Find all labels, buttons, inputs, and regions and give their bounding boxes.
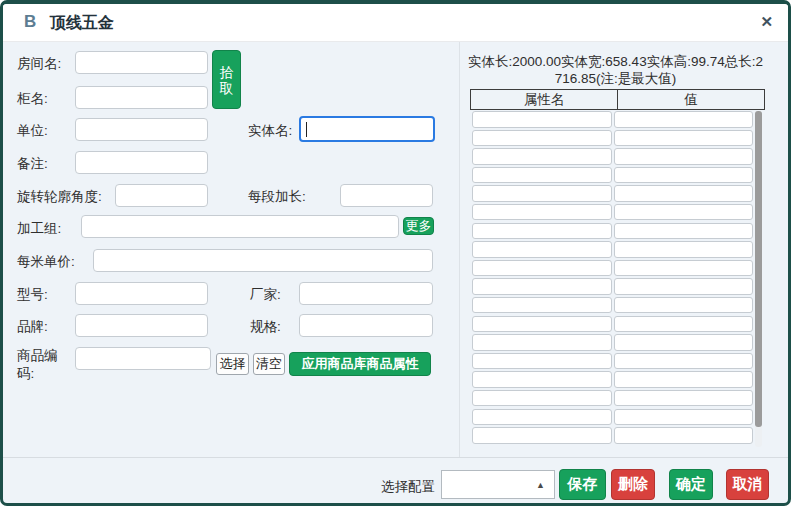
app-b-icon: B bbox=[24, 12, 36, 32]
spec-label: 规格: bbox=[250, 318, 281, 336]
attr-name-cell[interactable] bbox=[472, 409, 612, 426]
clear-button[interactable]: 清空 bbox=[253, 353, 285, 375]
segment-extend-label: 每段加长: bbox=[248, 188, 306, 206]
brand-label: 品牌: bbox=[17, 318, 48, 336]
attr-value-cell[interactable] bbox=[614, 130, 753, 147]
attr-value-cell[interactable] bbox=[614, 204, 753, 221]
table-row[interactable] bbox=[472, 409, 753, 426]
save-button[interactable]: 保存 bbox=[559, 469, 606, 500]
attr-value-cell[interactable] bbox=[614, 241, 753, 258]
scrollbar-thumb[interactable] bbox=[755, 111, 762, 427]
attr-value-cell[interactable] bbox=[614, 390, 753, 407]
entity-name-label: 实体名: bbox=[248, 122, 292, 140]
attr-name-cell[interactable] bbox=[472, 111, 612, 128]
table-scrollbar[interactable] bbox=[755, 111, 762, 447]
cabinet-name-input[interactable] bbox=[75, 86, 208, 109]
table-row[interactable] bbox=[472, 390, 753, 407]
apply-product-attrs-button[interactable]: 应用商品库商品属性 bbox=[289, 352, 431, 376]
attr-name-cell[interactable] bbox=[472, 278, 612, 295]
table-row[interactable] bbox=[472, 204, 753, 221]
attr-value-cell[interactable] bbox=[614, 371, 753, 388]
attr-value-cell[interactable] bbox=[614, 334, 753, 351]
panel-divider bbox=[459, 42, 460, 457]
entity-name-input[interactable] bbox=[299, 116, 435, 142]
attr-value-cell[interactable] bbox=[614, 111, 753, 128]
table-row[interactable] bbox=[472, 185, 753, 202]
footer-divider bbox=[3, 457, 788, 458]
table-row[interactable] bbox=[472, 278, 753, 295]
unit-label: 单位: bbox=[17, 122, 48, 140]
chevron-up-icon: ▲ bbox=[536, 480, 545, 490]
table-row[interactable] bbox=[472, 223, 753, 240]
attr-name-cell[interactable] bbox=[472, 204, 612, 221]
attr-name-cell[interactable] bbox=[472, 316, 612, 333]
attr-name-cell[interactable] bbox=[472, 185, 612, 202]
attr-name-cell[interactable] bbox=[472, 260, 612, 277]
table-row[interactable] bbox=[472, 316, 753, 333]
attr-name-cell[interactable] bbox=[472, 130, 612, 147]
attr-value-cell[interactable] bbox=[614, 260, 753, 277]
attr-name-cell[interactable] bbox=[472, 390, 612, 407]
table-row[interactable] bbox=[472, 371, 753, 388]
price-per-meter-input[interactable] bbox=[93, 249, 433, 272]
table-row[interactable] bbox=[472, 148, 753, 165]
table-row[interactable] bbox=[472, 334, 753, 351]
attr-name-cell[interactable] bbox=[472, 223, 612, 240]
attr-value-header: 值 bbox=[618, 90, 764, 109]
factory-input[interactable] bbox=[299, 282, 433, 305]
attribute-rows bbox=[472, 111, 753, 444]
segment-extend-input[interactable] bbox=[340, 184, 433, 207]
config-select-dropdown[interactable]: ▲ bbox=[441, 470, 555, 499]
delete-button[interactable]: 删除 bbox=[611, 469, 655, 500]
select-button[interactable]: 选择 bbox=[216, 353, 249, 375]
table-row[interactable] bbox=[472, 260, 753, 277]
pick-button[interactable]: 拾取 bbox=[212, 50, 241, 109]
brand-input[interactable] bbox=[75, 314, 208, 337]
attr-value-cell[interactable] bbox=[614, 316, 753, 333]
attribute-table-header: 属性名 值 bbox=[470, 89, 765, 110]
page-title: 顶线五金 bbox=[50, 13, 114, 34]
table-row[interactable] bbox=[472, 297, 753, 314]
attr-name-cell[interactable] bbox=[472, 167, 612, 184]
attr-value-cell[interactable] bbox=[614, 409, 753, 426]
remark-input[interactable] bbox=[75, 151, 208, 174]
attr-name-cell[interactable] bbox=[472, 353, 612, 370]
cancel-button[interactable]: 取消 bbox=[726, 469, 769, 500]
table-row[interactable] bbox=[472, 241, 753, 258]
attr-name-cell[interactable] bbox=[472, 371, 612, 388]
price-per-meter-label: 每米单价: bbox=[17, 253, 75, 271]
attr-value-cell[interactable] bbox=[614, 278, 753, 295]
attr-value-cell[interactable] bbox=[614, 353, 753, 370]
model-input[interactable] bbox=[75, 282, 208, 305]
attr-name-cell[interactable] bbox=[472, 148, 612, 165]
rotate-angle-label: 旋转轮廓角度: bbox=[17, 188, 102, 206]
unit-input[interactable] bbox=[75, 118, 208, 141]
process-group-label: 加工组: bbox=[17, 220, 61, 238]
attr-value-cell[interactable] bbox=[614, 427, 753, 444]
attr-value-cell[interactable] bbox=[614, 223, 753, 240]
attr-value-cell[interactable] bbox=[614, 167, 753, 184]
table-row[interactable] bbox=[472, 353, 753, 370]
process-group-input[interactable] bbox=[81, 215, 399, 238]
spec-input[interactable] bbox=[299, 314, 433, 337]
rotate-angle-input[interactable] bbox=[115, 184, 208, 207]
attr-value-cell[interactable] bbox=[614, 297, 753, 314]
product-code-input[interactable] bbox=[75, 347, 211, 370]
attr-name-cell[interactable] bbox=[472, 297, 612, 314]
ok-button[interactable]: 确定 bbox=[669, 469, 713, 500]
entity-dimensions-text: 实体长:2000.00实体宽:658.43实体高:99.74总长:2716.85… bbox=[465, 53, 766, 87]
attr-name-cell[interactable] bbox=[472, 427, 612, 444]
attr-name-cell[interactable] bbox=[472, 334, 612, 351]
attr-value-cell[interactable] bbox=[614, 148, 753, 165]
cabinet-name-label: 柜名: bbox=[17, 90, 48, 108]
attr-name-cell[interactable] bbox=[472, 241, 612, 258]
close-icon[interactable]: ✕ bbox=[760, 13, 773, 31]
table-row[interactable] bbox=[472, 427, 753, 444]
attr-value-cell[interactable] bbox=[614, 185, 753, 202]
table-row[interactable] bbox=[472, 111, 753, 128]
more-button[interactable]: 更多 bbox=[403, 217, 434, 235]
table-row[interactable] bbox=[472, 130, 753, 147]
factory-label: 厂家: bbox=[250, 286, 281, 304]
table-row[interactable] bbox=[472, 167, 753, 184]
room-name-input[interactable] bbox=[75, 51, 208, 74]
